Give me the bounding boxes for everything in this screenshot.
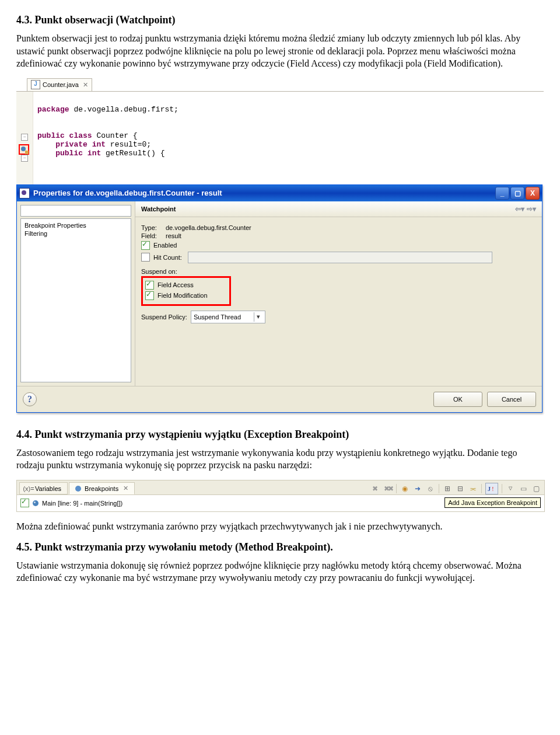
window-maximize-button[interactable]: ▢ — [510, 187, 524, 200]
maximize-view-icon[interactable]: ▢ — [531, 484, 541, 493]
field-modification-checkbox[interactable] — [145, 291, 154, 300]
watchpoint-marker-icon[interactable] — [19, 144, 29, 155]
dialog-title: Properties for de.vogella.debug.first.Co… — [33, 189, 222, 197]
tab-variables-label: Variables — [35, 485, 61, 492]
suspend-on-label: Suspend on: — [141, 268, 536, 275]
category-tree[interactable]: Breakpoint Properties Filtering — [20, 218, 131, 382]
tree-item-filtering[interactable]: Filtering — [24, 229, 127, 238]
minimize-view-icon[interactable]: ▭ — [519, 484, 528, 493]
show-supported-breakpoints-icon[interactable]: ◉ — [400, 484, 410, 493]
field-access-label: Field Access — [158, 281, 194, 288]
dialog-left-pane: Breakpoint Properties Filtering — [17, 201, 135, 386]
toolbar-divider — [396, 484, 397, 493]
remove-all-breakpoints-icon[interactable]: ✖✖ — [383, 484, 393, 493]
toolbar-divider — [502, 484, 502, 493]
collapse-all-icon[interactable]: ⊟ — [456, 484, 465, 493]
tree-item-breakpoint-properties[interactable]: Breakpoint Properties — [24, 221, 127, 229]
field-label: Field: — [141, 232, 166, 239]
screenshot-breakpoints-view: (x)= Variables Breakpoints ✕ ✖ ✖✖ ◉ ➜ ⦸ … — [16, 480, 545, 512]
link-with-view-icon[interactable]: ⫘ — [468, 484, 478, 493]
goto-file-icon[interactable]: ➜ — [413, 484, 422, 493]
suspend-policy-select[interactable]: Suspend Thread ▾ — [191, 311, 265, 323]
eclipse-icon — [19, 188, 30, 198]
suspend-policy-value: Suspend Thread — [194, 313, 241, 321]
breakpoint-dot-icon — [33, 500, 38, 506]
fold-minus-icon[interactable]: − — [21, 134, 28, 141]
toolbar-divider — [439, 484, 439, 493]
breakpoints-toolbar: ✖ ✖✖ ◉ ➜ ⦸ ⊞ ⊟ ⫘ J! ▽ ▭ ▢ — [370, 483, 544, 494]
section-4-5-paragraph: Ustawianie wstrzymania dokonuję się równ… — [16, 559, 544, 584]
screenshot-watchpoint-properties: J Counter.java ✕ − − package de.vogella.… — [16, 78, 544, 411]
nav-back-icon[interactable]: ⇦▾ — [515, 205, 524, 213]
properties-dialog: Properties for de.vogella.debug.first.Co… — [16, 184, 542, 413]
type-label: Type: — [141, 224, 166, 231]
tab-breakpoints-label: Breakpoints — [85, 485, 118, 492]
section-4-5-heading: 4.5. Punkt wstrzymania przy wywołaniu me… — [16, 541, 544, 553]
add-java-exception-breakpoint-button[interactable]: J! — [485, 483, 498, 494]
editor-tab-counter-java[interactable]: J Counter.java ✕ — [27, 78, 92, 91]
tab-close-icon[interactable]: ✕ — [123, 485, 128, 492]
editor-area[interactable]: − − package de.vogella.debug.first; publ… — [16, 91, 544, 185]
tab-close-icon[interactable]: ✕ — [83, 81, 88, 89]
type-value: de.vogella.debug.first.Counter — [166, 224, 251, 231]
nav-forward-icon[interactable]: ⇨▾ — [527, 205, 536, 213]
right-pane-nav: ⇦▾ ⇨▾ — [515, 205, 536, 213]
dialog-right-pane: Watchpoint ⇦▾ ⇨▾ Type:de.vogella.debug.f… — [135, 201, 542, 386]
field-modification-label: Field Modification — [158, 292, 208, 299]
window-minimize-button[interactable]: _ — [495, 187, 509, 200]
breakpoints-icon — [74, 485, 82, 493]
breakpoints-list[interactable]: Main [line: 9] - main(String[]) Add Java… — [17, 494, 544, 511]
tab-variables[interactable]: (x)= Variables — [19, 482, 68, 494]
editor-code: package de.vogella.debug.first; public c… — [37, 96, 178, 166]
skip-all-breakpoints-icon[interactable]: ⦸ — [426, 484, 435, 493]
section-4-4-heading: 4.4. Punkt wstrzymania przy wystąpieniu … — [16, 429, 544, 441]
suspend-policy-label: Suspend Policy: — [141, 313, 187, 321]
paragraph-after-shot2: Można zdefiniować punkt wstrzymania zaró… — [16, 520, 544, 533]
enabled-checkbox[interactable] — [141, 241, 150, 250]
enabled-label: Enabled — [153, 242, 177, 249]
help-button[interactable]: ? — [23, 392, 37, 406]
editor-tab-label: Counter.java — [43, 81, 79, 88]
java-file-icon: J — [31, 80, 40, 89]
tooltip-add-exception-breakpoint: Add Java Exception Breakpoint — [444, 497, 541, 508]
tab-breakpoints[interactable]: Breakpoints ✕ — [69, 482, 135, 494]
hitcount-label: Hit Count: — [153, 254, 182, 261]
field-value: result — [166, 232, 181, 239]
svg-text:J: J — [488, 486, 491, 492]
ok-button[interactable]: OK — [433, 392, 482, 407]
field-access-checkbox[interactable] — [145, 281, 154, 290]
view-menu-icon[interactable]: ▽ — [506, 484, 515, 493]
cancel-button[interactable]: Cancel — [487, 392, 536, 407]
right-pane-heading: Watchpoint — [141, 205, 176, 213]
breakpoint-enable-checkbox[interactable] — [20, 499, 29, 507]
toolbar-divider — [481, 484, 482, 493]
breakpoint-entry-label[interactable]: Main [line: 9] - main(String[]) — [42, 500, 123, 507]
editor-gutter[interactable]: − − — [16, 92, 33, 185]
fold-minus-icon[interactable]: − — [21, 155, 28, 162]
svg-text:!: ! — [492, 485, 494, 492]
chevron-down-icon: ▾ — [254, 312, 262, 322]
remove-breakpoint-icon[interactable]: ✖ — [370, 484, 380, 493]
expand-all-icon[interactable]: ⊞ — [443, 484, 452, 493]
highlight-suspend-options: Field Access Field Modification — [141, 276, 231, 306]
section-4-4-paragraph: Zastosowaniem tego rodzaju wstrzymania j… — [16, 447, 544, 472]
section-4-3-paragraph: Punktem obserwacji jest to rodzaj punktu… — [16, 32, 544, 70]
filter-input[interactable] — [20, 205, 131, 217]
hitcount-checkbox[interactable] — [141, 253, 150, 262]
window-close-button[interactable]: X — [526, 187, 540, 200]
dialog-titlebar[interactable]: Properties for de.vogella.debug.first.Co… — [17, 185, 542, 201]
variables-icon: (x)= — [24, 485, 33, 493]
hitcount-input[interactable] — [188, 252, 492, 263]
section-4-3-heading: 4.3. Punkt obserwacji (Watchpoint) — [16, 14, 544, 26]
